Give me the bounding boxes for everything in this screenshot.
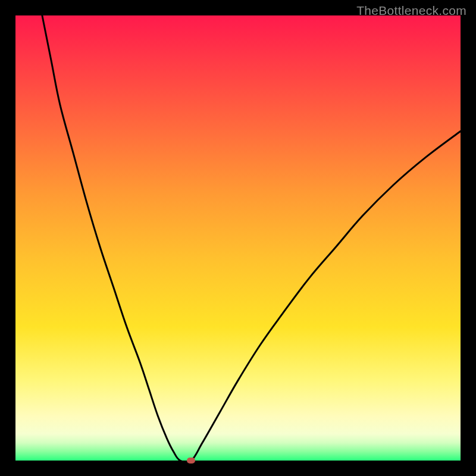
plot-area (15, 15, 461, 461)
curve-path (42, 15, 461, 462)
minimum-marker (187, 458, 195, 464)
bottleneck-curve (15, 15, 461, 461)
chart-frame: TheBottleneck.com (0, 0, 476, 476)
